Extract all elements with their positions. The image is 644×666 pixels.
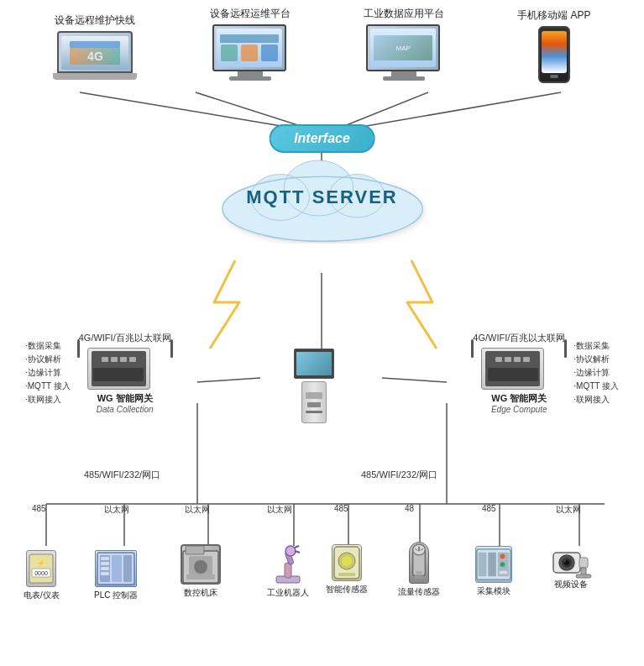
svg-rect-47 <box>285 563 291 578</box>
module-label: 采集模块 <box>477 585 510 597</box>
left-gateway-conn-label: 4G/WIFI/百兆以太联网 <box>79 332 171 344</box>
left-conn-0: 485 <box>32 504 46 513</box>
svg-rect-65 <box>488 553 496 577</box>
camera-icon <box>552 546 589 576</box>
device-laptop: 设备远程维护快线 4G <box>53 13 137 83</box>
module-icon <box>475 546 512 583</box>
left-gateway-box <box>87 348 150 390</box>
mqtt-server-label: MQTT SERVER <box>246 186 398 208</box>
device-phone: 手机移动端 APP <box>517 8 590 83</box>
desktop-monitor-icon <box>294 349 334 379</box>
svg-line-50 <box>295 546 299 548</box>
right-antenna-left <box>471 339 474 358</box>
left-gateway-sublabel: Data Collection <box>97 405 154 414</box>
right-conn-label: 485/WIFI/232/网口 <box>361 469 437 481</box>
device-sensor: 智能传感器 <box>326 544 368 595</box>
right-conn-2: 485 <box>482 504 496 513</box>
flow-sensor-icon <box>409 542 429 584</box>
svg-rect-36 <box>101 557 109 560</box>
monitor1-icon <box>212 24 288 83</box>
laptop-icon: 4G <box>53 31 137 83</box>
right-conn-3: 以太网 <box>556 504 581 516</box>
svg-point-68 <box>500 562 505 567</box>
svg-point-44 <box>197 564 204 570</box>
left-conn-label: 485/WIFI/232/网口 <box>84 469 160 481</box>
main-diagram: 设备远程维护快线 4G 设备远程运维平台 <box>0 0 644 666</box>
right-conn-1: 48 <box>405 504 414 513</box>
interface-bubble: Interface <box>269 124 375 153</box>
right-gateway-section: ·数据采集 ·协议解析 ·边缘计算 ·MQTT 接入 ·联网接入 4G/WIFI… <box>473 332 619 414</box>
svg-rect-61 <box>416 571 421 576</box>
svg-point-54 <box>342 556 352 566</box>
device-monitor1: 设备远程运维平台 <box>210 7 291 83</box>
svg-rect-38 <box>101 567 109 570</box>
sensor-label: 智能传感器 <box>326 584 368 595</box>
monitor2-label: 工业数据应用平台 <box>364 7 444 21</box>
device-monitor2: 工业数据应用平台 MAP <box>364 7 444 83</box>
cnc-label: 数控机床 <box>184 587 217 599</box>
left-conn-3: 以太网 <box>267 504 292 516</box>
cnc-icon <box>181 544 221 585</box>
left-gateway: 4G/WIFI/百兆以太联网 WG 智能网关 <box>79 332 171 414</box>
right-features: ·数据采集 ·协议解析 ·边缘计算 ·MQTT 接入 ·联网接入 <box>573 339 619 406</box>
svg-point-49 <box>285 546 296 556</box>
right-gateway-sublabel: Edge Compute <box>491 405 547 414</box>
left-features: ·数据采集 ·协议解析 ·边缘计算 ·MQTT 接入 ·联网接入 <box>25 339 71 406</box>
device-elec-meter: ⚡ 0000 电表/仪表 <box>24 550 60 601</box>
elec-meter-label: 电表/仪表 <box>24 590 60 601</box>
svg-rect-69 <box>500 571 508 574</box>
left-antenna-right <box>170 339 173 358</box>
left-conn-1: 以太网 <box>104 504 129 516</box>
svg-text:⚡: ⚡ <box>37 558 45 567</box>
interface-label: Interface <box>294 131 350 145</box>
right-gateway-name: WG 智能网关 <box>491 392 547 405</box>
right-antenna-right <box>564 339 567 358</box>
svg-rect-37 <box>101 562 109 565</box>
device-cnc: 数控机床 <box>181 544 221 599</box>
top-devices-row: 设备远程维护快线 4G 设备远程运维平台 <box>0 0 644 83</box>
device-camera: 视频设备 <box>552 546 589 590</box>
device-robot: 工业机器人 <box>267 544 309 599</box>
monitor1-label: 设备远程运维平台 <box>210 7 291 21</box>
phone-icon <box>538 26 570 83</box>
sensor-icon <box>332 544 362 581</box>
right-conn-0: 485 <box>334 504 348 513</box>
svg-rect-62 <box>415 576 424 579</box>
device-module: 采集模块 <box>475 546 512 597</box>
left-antenna-left <box>77 339 80 358</box>
svg-rect-39 <box>101 572 109 575</box>
svg-rect-75 <box>579 558 588 568</box>
svg-rect-45 <box>186 574 215 579</box>
robot-icon <box>270 544 306 585</box>
svg-rect-41 <box>186 546 204 554</box>
svg-rect-55 <box>338 573 355 576</box>
svg-text:0000: 0000 <box>35 570 49 576</box>
phone-label: 手机移动端 APP <box>517 8 590 23</box>
svg-line-19 <box>382 378 447 382</box>
plc-icon <box>95 550 137 587</box>
left-conn-2: 以太网 <box>185 504 210 516</box>
robot-label: 工业机器人 <box>267 587 309 599</box>
left-gateway-section: ·数据采集 ·协议解析 ·边缘计算 ·MQTT 接入 ·联网接入 4G/WIFI… <box>25 332 171 414</box>
desktop-tower-icon <box>301 381 327 423</box>
camera-label: 视频设备 <box>554 579 588 590</box>
svg-rect-34 <box>112 555 122 582</box>
svg-point-67 <box>500 554 505 559</box>
flow-sensor-label: 流量传感器 <box>398 586 440 598</box>
monitor2-icon: MAP <box>366 24 442 83</box>
svg-rect-77 <box>576 574 591 578</box>
svg-rect-35 <box>123 555 132 582</box>
cloud-shape: MQTT SERVER <box>196 151 448 244</box>
cloud-section: MQTT SERVER <box>188 143 457 252</box>
svg-line-18 <box>197 378 260 382</box>
desktop-computer <box>294 349 334 423</box>
laptop-label: 设备远程维护快线 <box>55 13 135 28</box>
right-gateway-box <box>481 348 544 390</box>
svg-point-74 <box>564 560 566 562</box>
left-gateway-name: WG 智能网关 <box>97 392 153 405</box>
device-flow-sensor: 流量传感器 <box>398 542 440 598</box>
device-plc: PLC 控制器 <box>94 550 138 601</box>
right-gateway-conn-label: 4G/WIFI/百兆以太联网 <box>473 332 565 344</box>
elec-meter-icon: ⚡ 0000 <box>26 550 56 587</box>
plc-label: PLC 控制器 <box>94 590 138 601</box>
